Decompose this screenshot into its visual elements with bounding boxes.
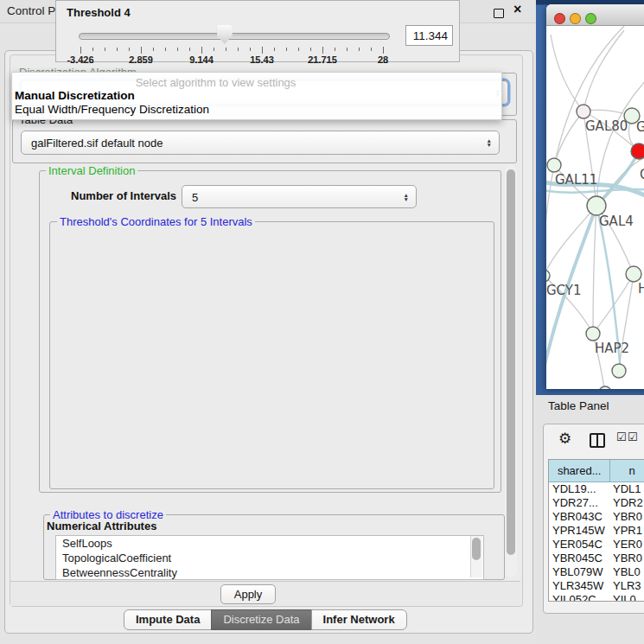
threshold-value-field[interactable] [405,25,453,46]
network-node[interactable] [546,270,550,282]
algorithm-popup-prompt: Select algorithm to view settings [12,76,419,89]
tab-label: Impute Data [136,613,200,626]
vertical-scrollbar-thumb[interactable] [507,169,515,555]
split-columns-icon[interactable] [590,433,605,448]
slider-thumb[interactable] [217,25,233,44]
table-cell[interactable]: YBL0 [613,565,644,579]
network-node[interactable] [586,327,600,341]
table-cell[interactable]: YBR0 [613,552,644,565]
network-node-label: GAL11 [555,172,597,188]
gear-icon[interactable]: ⚙ [558,430,571,448]
slider-tick-label: 2.859 [129,54,153,65]
table-cell[interactable]: YLR3 [613,579,644,593]
table-row[interactable]: YPR145WYPR1 [549,524,644,538]
apply-button[interactable]: Apply [220,584,276,604]
table-cell[interactable]: YER0 [613,538,644,552]
table-cell[interactable]: YDL19... [549,482,613,496]
slider-tick [322,47,323,54]
number-of-intervals-value: 5 [192,190,198,203]
table-cell[interactable]: YPR1 [613,524,644,538]
interval-definition-title: Interval Definition [46,164,137,177]
checkbox-icon[interactable]: ☑ [616,430,627,443]
table-row[interactable]: YIL052CYIL0 [549,593,644,601]
network-canvas[interactable]: GAL80GAL11GAL4GCY1HHAP2GC [546,26,644,389]
mac-zoom-icon[interactable] [585,13,596,24]
network-window[interactable]: GAL80GAL11GAL4GCY1HHAP2GC [546,4,644,389]
slider-tick [189,48,190,51]
list-item[interactable]: TopologicalCoefficient [56,551,483,565]
tab-impute-data[interactable]: Impute Data [124,609,212,630]
network-node[interactable] [626,266,641,282]
combo-arrows-icon: ▲▼ [404,192,409,201]
table-toolbar: ⚙ ☑ ☑ [544,424,644,456]
attributes-list-scrollbar-thumb[interactable] [472,538,481,560]
table-cell[interactable]: YBR045C [549,552,613,565]
table-row[interactable]: YER054CYER0 [549,538,644,552]
network-node[interactable] [587,196,606,215]
table-cell[interactable]: YDR2 [613,496,644,510]
slider-tick [226,48,226,51]
network-window-titlebar[interactable] [546,4,644,26]
table-cell[interactable]: YBR043C [549,510,613,524]
network-node[interactable] [577,105,590,118]
table-data-combo-value: galFiltered.sif default node [31,137,163,150]
network-node-label: GAL4 [599,214,634,229]
algorithm-option-manual[interactable]: Manual Discretization [15,89,135,102]
table-header-cell-shared-name[interactable]: shared... [549,460,610,481]
table-cell[interactable]: YER054C [549,538,613,552]
network-node-label: GAL80 [585,118,628,134]
slider-tick [238,48,239,51]
close-icon[interactable]: × [513,2,521,17]
network-node[interactable] [547,158,561,172]
slider-tick [153,48,154,51]
numerical-attributes-heading: Numerical Attributes [47,520,156,532]
table-cell[interactable]: YLR345W [549,579,613,593]
table-row[interactable]: YDL19...YDL1 [549,482,644,496]
number-of-intervals-combo[interactable]: 5 ▲▼ [182,185,417,208]
table-cell[interactable]: YPR145W [549,524,613,538]
bottom-tabbar: Impute Data Discretize Data Infer Networ… [124,609,407,628]
list-item[interactable]: BetweennessCentrality [56,565,483,580]
table-row[interactable]: YBR043CYBR0 [549,510,644,524]
table-data-combo[interactable]: galFiltered.sif default node ▲▼ [21,131,500,155]
thresholds-group [49,221,494,489]
table-cell[interactable]: YIL0 [613,593,644,601]
slider-track[interactable] [79,33,390,40]
network-node[interactable] [599,386,611,389]
table-cell[interactable]: YIL052C [549,593,613,601]
table-panel-title: Table Panel [548,399,609,412]
slider-tick [347,48,348,51]
attributes-list[interactable]: SelfLoopsTopologicalCoefficientBetweenne… [55,535,484,580]
node-table: shared... n YDL19...YDL1YDR27...YDR2YBR0… [548,459,644,602]
slider-tick [201,47,202,54]
table-row[interactable]: YBR045CYBR0 [549,552,644,565]
checkbox-icon[interactable]: ☑ [628,430,638,443]
tab-discretize-data[interactable]: Discretize Data [211,609,311,630]
network-node[interactable] [612,364,626,378]
table-row[interactable]: YLR345WYLR3 [549,579,644,593]
slider-tick [214,48,214,51]
list-item[interactable]: SelfLoops [56,536,483,551]
table-row[interactable]: YDR27...YDR2 [549,496,644,510]
float-window-icon[interactable] [494,9,504,18]
table-cell[interactable]: YDR27... [549,496,613,510]
combo-arrows-icon: ▲▼ [487,138,492,148]
slider-tick [310,48,311,51]
table-row[interactable]: YBL079WYBL0 [549,565,644,579]
mac-close-icon[interactable] [554,13,565,24]
threshold-slider[interactable]: -3.4262.8599.14415.4321.71528 [79,25,388,61]
network-node[interactable] [631,143,644,159]
network-node-label: HAP2 [595,341,629,356]
table-cell[interactable]: YDL1 [613,482,644,496]
table-header-cell-name[interactable]: n [610,460,644,481]
table-cell[interactable]: YBR0 [613,510,644,524]
control-panel: Control Panel × Network Style Select Cyn… [0,0,536,644]
number-of-intervals-label: Number of Intervals [71,189,176,202]
algorithm-option-equal-width[interactable]: Equal Width/Frequency Discretization [15,103,209,116]
network-node-label: GCY1 [546,283,582,298]
mac-minimize-icon[interactable] [570,13,581,24]
table-header-row: shared... n [549,460,644,482]
tab-infer-network[interactable]: Infer Network [311,609,407,630]
table-cell[interactable]: YBL079W [549,565,613,579]
slider-tick [177,48,178,51]
